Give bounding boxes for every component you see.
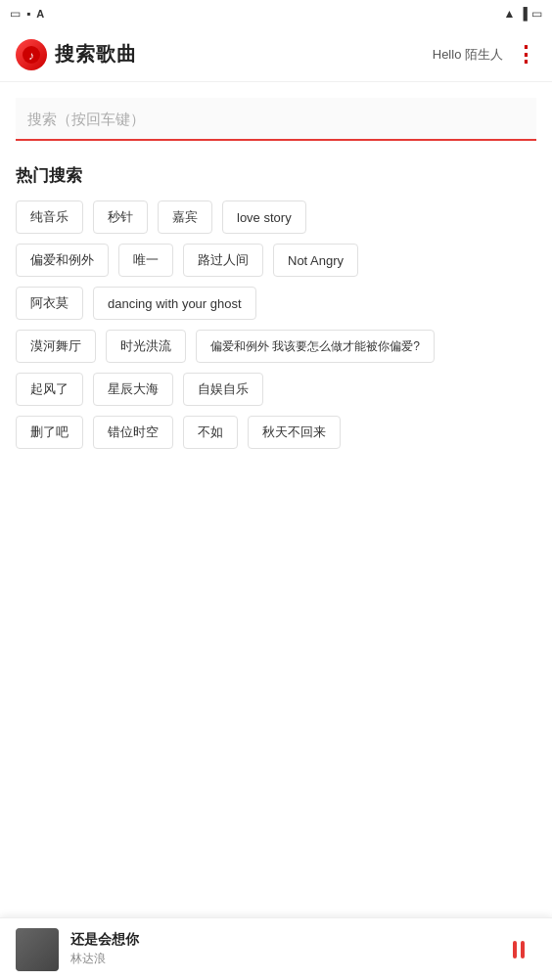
hot-search-title: 热门搜索: [16, 164, 536, 187]
pause-bar-left: [513, 941, 517, 958]
song-title: 还是会想你: [70, 931, 489, 949]
tag-second-hand[interactable]: 秒针: [93, 200, 148, 234]
status-bar-right: ▲ ▐ ▭: [504, 7, 542, 21]
battery-icon: ▭: [531, 7, 542, 21]
status-bar: ▭ ▪ A ▲ ▐ ▭: [0, 0, 552, 27]
pause-icon: [513, 941, 525, 958]
tags-row-4: 漠河舞厅 时光洪流 偏爱和例外 我该要怎么做才能被你偏爱?: [0, 330, 552, 363]
app-bar: ♪ 搜索歌曲 Hello 陌生人 ⋮: [0, 27, 552, 82]
search-input[interactable]: [16, 98, 536, 141]
tag-desert-hall[interactable]: 漠河舞厅: [16, 330, 96, 363]
app-title: 搜索歌曲: [55, 41, 137, 67]
tag-not-angry[interactable]: Not Angry: [273, 244, 358, 277]
app-bar-right: Hello 陌生人 ⋮: [433, 42, 536, 67]
now-playing-bar: 还是会想你 林达浪: [0, 917, 552, 980]
tags-row-1: 纯音乐 秒针 嘉宾 love story: [0, 200, 552, 234]
tag-passing[interactable]: 路过人间: [183, 244, 263, 277]
tag-only[interactable]: 唯一: [118, 244, 173, 277]
tags-row-2: 偏爱和例外 唯一 路过人间 Not Angry: [0, 244, 552, 277]
tags-row-3: 阿衣莫 dancing with your ghost: [0, 287, 552, 320]
logo-icon: ♪: [16, 39, 47, 70]
a-icon: A: [36, 8, 44, 20]
tag-long-text[interactable]: 偏爱和例外 我该要怎么做才能被你偏爱?: [196, 330, 435, 363]
tag-time-flood[interactable]: 时光洪流: [106, 330, 186, 363]
signal-icon: ▐: [519, 7, 528, 21]
search-container: [0, 82, 552, 149]
tag-ayimo[interactable]: 阿衣莫: [16, 287, 83, 320]
tag-stars-sea[interactable]: 星辰大海: [93, 373, 173, 406]
app-logo: ♪ 搜索歌曲: [16, 39, 433, 70]
tag-pure-music[interactable]: 纯音乐: [16, 200, 83, 234]
play-pause-button[interactable]: [501, 932, 536, 967]
tags-row-5: 起风了 星辰大海 自娱自乐: [0, 373, 552, 406]
tag-dancing-ghost[interactable]: dancing with your ghost: [93, 287, 256, 320]
song-artist: 林达浪: [70, 951, 489, 967]
sim-icon: ▭: [10, 7, 21, 21]
pause-bar-right: [521, 941, 525, 958]
status-bar-left: ▭ ▪ A: [10, 7, 44, 21]
tag-not-as-good[interactable]: 不如: [183, 416, 238, 449]
box-icon: ▪: [26, 7, 30, 21]
tag-delete[interactable]: 删了吧: [16, 416, 83, 449]
tag-autumn[interactable]: 秋天不回来: [248, 416, 341, 449]
tags-row-6: 删了吧 错位时空 不如 秋天不回来: [0, 416, 552, 449]
tag-wrong-time[interactable]: 错位时空: [93, 416, 173, 449]
hot-search-section: 热门搜索: [0, 149, 552, 187]
album-art-image: [16, 928, 59, 971]
hello-text: Hello 陌生人: [433, 46, 503, 64]
wifi-icon: ▲: [504, 7, 516, 21]
svg-text:♪: ♪: [28, 49, 34, 63]
song-info: 还是会想你 林达浪: [70, 931, 489, 967]
tag-wind-rises[interactable]: 起风了: [16, 373, 83, 406]
album-art: [16, 928, 59, 971]
tag-guest[interactable]: 嘉宾: [158, 200, 212, 234]
tag-love-story[interactable]: love story: [222, 200, 306, 234]
menu-button[interactable]: ⋮: [515, 42, 536, 67]
tag-partial-love[interactable]: 偏爱和例外: [16, 244, 109, 277]
tag-self-entertain[interactable]: 自娱自乐: [183, 373, 263, 406]
